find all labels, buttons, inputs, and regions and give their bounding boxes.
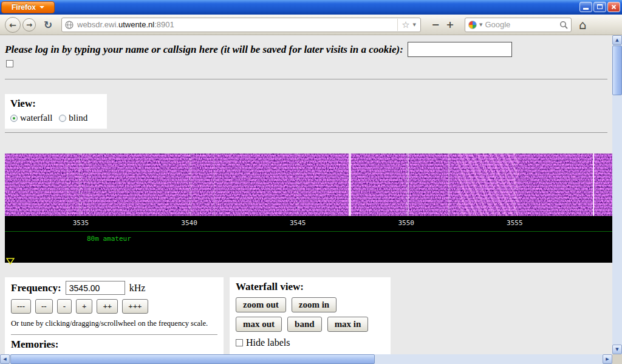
maximize-button[interactable]	[593, 2, 606, 12]
scroll-right-button[interactable]: ▶	[603, 354, 612, 364]
waterfall-radio[interactable]	[10, 115, 18, 122]
waterfall-view-panel: Waterfall view: zoom outzoom in max outb…	[230, 277, 391, 354]
zoom-button-row: zoom outzoom in	[236, 297, 384, 312]
wf-zoom-out-button[interactable]: zoom out	[236, 297, 286, 312]
horizontal-scrollbar-thumb[interactable]	[10, 354, 375, 364]
freq-step-++-button[interactable]: ++	[97, 299, 118, 314]
frequency-grid-line	[298, 153, 298, 216]
home-button[interactable]: ⌂	[579, 18, 587, 32]
search-engine-dropdown-icon[interactable]: ▼	[479, 22, 482, 27]
close-button[interactable]	[607, 2, 620, 12]
view-options: waterfall blind	[10, 113, 101, 123]
tuning-marker-icon[interactable]	[6, 258, 15, 265]
freq-step-row: ------++++++	[11, 299, 217, 314]
refresh-button[interactable]: ↻	[41, 18, 55, 32]
hide-labels-row: Hide labels	[236, 337, 384, 348]
scroll-up-button[interactable]: ▲	[612, 35, 622, 45]
divider	[11, 334, 217, 335]
hide-labels-checkbox[interactable]	[236, 339, 243, 346]
firefox-menu-label: Firefox	[12, 3, 36, 12]
hide-labels-label[interactable]: Hide labels	[246, 337, 290, 348]
memories-label: Memories:	[11, 339, 217, 351]
freq-step----button[interactable]: --	[35, 299, 53, 314]
firefox-menu-button[interactable]: Firefox	[1, 1, 55, 13]
back-button[interactable]: ←	[5, 17, 21, 33]
frequency-row: Frequency: kHz	[11, 281, 217, 295]
waterfall-block: 35353540354535503555 80m amateur	[5, 153, 612, 263]
waterfall-frequency-scale[interactable]: 35353540354535503555	[5, 216, 612, 229]
url-text[interactable]: websdr.ewi.utwente.nl:8901	[77, 20, 397, 29]
freq-step-+++-button[interactable]: +++	[122, 299, 148, 314]
vertical-scrollbar[interactable]: ▲ ▼	[612, 35, 622, 354]
arrow-up-icon: ▲	[615, 38, 618, 42]
titlebar: Firefox	[0, 0, 622, 15]
arrow-left-icon: ◀	[3, 357, 6, 362]
zoom-in-control[interactable]: +	[443, 19, 457, 30]
waterfall-radio-label[interactable]: waterfall	[20, 113, 52, 123]
vertical-scrollbar-thumb[interactable]	[612, 46, 622, 95]
signal-trace	[79, 153, 80, 216]
frequency-input[interactable]	[66, 281, 125, 295]
zoom-out-control[interactable]: −	[428, 19, 443, 30]
wf-max-in-button[interactable]: max in	[327, 317, 369, 332]
waterfall-scanlines	[5, 153, 612, 216]
signal-trace	[448, 153, 449, 216]
callsign-input[interactable]	[408, 42, 512, 57]
bookmark-star-icon[interactable]: ☆	[402, 19, 409, 30]
browser-window: Firefox ← → ↻ websdr.ewi.utwente.nl:8901…	[0, 0, 622, 364]
search-box[interactable]: ▼	[465, 18, 572, 32]
frequency-grid-line	[406, 153, 407, 216]
minimize-icon	[583, 8, 589, 10]
signal-trace	[593, 153, 594, 216]
minimize-button[interactable]	[579, 2, 592, 12]
arrow-down-icon: ▼	[615, 347, 618, 352]
chevron-down-icon	[39, 6, 44, 8]
arrow-right-icon: ▶	[606, 357, 609, 362]
waterfall-band-strip: 80m amateur	[5, 229, 612, 263]
view-label: View:	[10, 98, 101, 110]
url-bar[interactable]: websdr.ewi.utwente.nl:8901 ☆ ▼	[61, 18, 421, 32]
divider	[5, 132, 607, 133]
tuning-hint: Or tune by clicking/dragging/scrollwheel…	[11, 319, 217, 328]
search-magnifier-icon[interactable]	[559, 21, 568, 29]
freq-step-----button[interactable]: ---	[11, 299, 31, 314]
scroll-left-button[interactable]: ◀	[0, 354, 10, 364]
view-box: View: waterfall blind	[5, 94, 107, 129]
search-input[interactable]	[485, 20, 557, 29]
plus-icon: +	[446, 19, 454, 30]
login-checkbox[interactable]	[6, 60, 13, 67]
refresh-icon: ↻	[44, 19, 52, 31]
window-controls	[579, 2, 620, 12]
blind-radio-label[interactable]: blind	[69, 113, 87, 123]
forward-button[interactable]: →	[22, 18, 36, 32]
wf-band-button[interactable]: band	[287, 317, 322, 332]
band-button-row: max outbandmax in	[236, 317, 384, 332]
frequency-tick-label: 3540	[181, 219, 197, 227]
frequency-panel: Frequency: kHz ------++++++ Or tune by c…	[5, 277, 224, 354]
wf-max-out-button[interactable]: max out	[236, 317, 282, 332]
close-icon	[611, 4, 617, 10]
signal-trace	[349, 153, 351, 216]
horizontal-scrollbar[interactable]: ◀ ▶	[0, 354, 612, 364]
home-icon: ⌂	[579, 18, 587, 32]
frequency-tick-label: 3535	[73, 219, 89, 227]
url-dropdown-icon[interactable]: ▼	[413, 22, 416, 27]
url-subdomain: websdr.ewi.	[77, 20, 118, 29]
signal-patch	[457, 153, 518, 216]
frequency-tick-label: 3550	[398, 219, 414, 227]
frequency-tick-label: 3545	[290, 219, 306, 227]
login-row: Please log in by typing your name or cal…	[5, 42, 512, 57]
back-icon: ←	[9, 20, 16, 30]
wf-zoom-in-button[interactable]: zoom in	[292, 297, 337, 312]
freq-step-+-button[interactable]: +	[76, 299, 92, 314]
band-label: 80m amateur	[87, 235, 131, 243]
divider	[5, 79, 607, 79]
freq-step---button[interactable]: -	[57, 299, 72, 314]
url-bar-controls: ☆ ▼	[397, 19, 417, 31]
waterfall-display[interactable]	[5, 153, 612, 216]
frequency-grid-line	[190, 153, 190, 216]
navigation-toolbar: ← → ↻ websdr.ewi.utwente.nl:8901 ☆ ▼ − +…	[0, 15, 622, 35]
scroll-down-button[interactable]: ▼	[612, 345, 622, 354]
blind-radio[interactable]	[59, 115, 66, 122]
url-domain: utwente.nl	[118, 20, 154, 29]
